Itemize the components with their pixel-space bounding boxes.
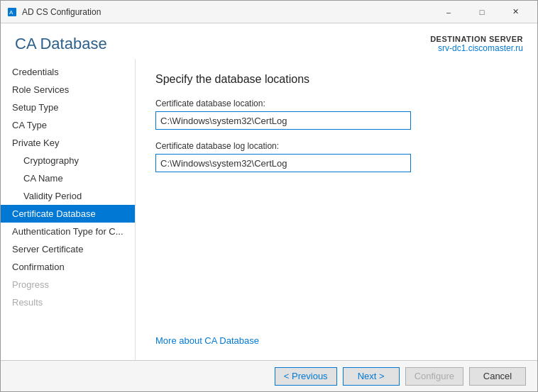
window-title: AD CS Configuration (22, 7, 432, 17)
main-panel: Specify the database locations Certifica… (136, 59, 537, 360)
app-icon: A (6, 6, 18, 18)
cert-db-log-location-group: Certificate database log location: (155, 141, 517, 172)
cert-db-log-location-label: Certificate database log location: (155, 141, 517, 151)
close-button[interactable]: ✕ (499, 1, 532, 23)
panel-title: Specify the database locations (155, 73, 517, 86)
destination-label: DESTINATION SERVER (430, 35, 523, 43)
destination-value: srv-dc1.ciscomaster.ru (430, 43, 523, 53)
title-bar: A AD CS Configuration – □ ✕ (1, 1, 537, 23)
sidebar-item-role-services[interactable]: Role Services (1, 81, 135, 99)
sidebar-item-setup-type[interactable]: Setup Type (1, 99, 135, 116)
minimize-button[interactable]: – (432, 1, 465, 23)
cert-db-log-location-input[interactable] (155, 154, 411, 172)
sidebar-item-authentication-type[interactable]: Authentication Type for C... (1, 223, 135, 240)
sidebar-item-private-key[interactable]: Private Key (1, 134, 135, 152)
cancel-button[interactable]: Cancel (469, 367, 526, 386)
main-layout: CredentialsRole ServicesSetup TypeCA Typ… (1, 59, 537, 360)
next-button[interactable]: Next > (343, 367, 400, 386)
window-controls: – □ ✕ (432, 1, 532, 23)
sidebar-item-results: Results (1, 293, 135, 311)
previous-button[interactable]: < Previous (275, 367, 337, 386)
maximize-button[interactable]: □ (466, 1, 498, 23)
configure-button[interactable]: Configure (405, 367, 463, 386)
header-row: CA Database DESTINATION SERVER srv-dc1.c… (1, 23, 537, 59)
sidebar-item-server-certificate[interactable]: Server Certificate (1, 240, 135, 258)
sidebar-item-certificate-database[interactable]: Certificate Database (1, 205, 135, 223)
sidebar-item-validity-period[interactable]: Validity Period (1, 187, 135, 205)
sidebar-item-confirmation[interactable]: Confirmation (1, 258, 135, 276)
main-window: A AD CS Configuration – □ ✕ CA Database … (0, 0, 538, 392)
sidebar-item-credentials[interactable]: Credentials (1, 63, 135, 81)
sidebar-item-cryptography[interactable]: Cryptography (1, 152, 135, 169)
more-about-link[interactable]: More about CA Database (155, 321, 517, 346)
destination-server-info: DESTINATION SERVER srv-dc1.ciscomaster.r… (430, 35, 523, 53)
svg-text:A: A (9, 9, 13, 16)
sidebar-item-ca-type[interactable]: CA Type (1, 116, 135, 134)
cert-db-location-group: Certificate database location: (155, 99, 517, 130)
page-title: CA Database (15, 35, 107, 53)
sidebar-item-ca-name[interactable]: CA Name (1, 169, 135, 187)
sidebar-item-progress: Progress (1, 276, 135, 293)
footer: < Previous Next > Configure Cancel (1, 360, 537, 391)
cert-db-location-label: Certificate database location: (155, 99, 517, 108)
cert-db-location-input[interactable] (155, 111, 411, 130)
sidebar: CredentialsRole ServicesSetup TypeCA Typ… (1, 59, 136, 360)
